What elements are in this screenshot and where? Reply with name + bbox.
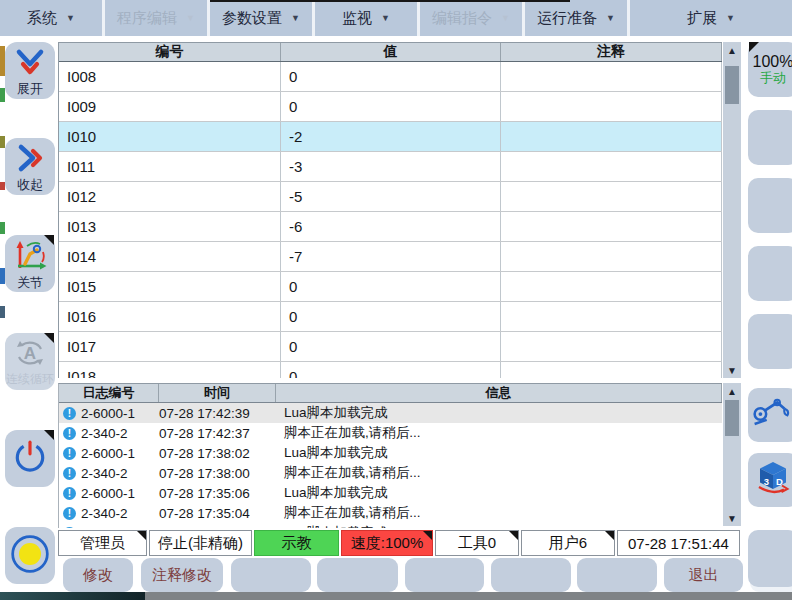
io-table-row[interactable]: I0180 <box>59 362 722 378</box>
io-table-row[interactable]: I0160 <box>59 302 722 332</box>
menu-item-label: 运行准备 <box>537 9 597 28</box>
log-message-cell: Lua脚本加载完成 <box>276 484 722 502</box>
log-table-row[interactable]: !2-6000-107-28 17:42:39Lua脚本加载完成 <box>59 403 722 423</box>
scrollbar-thumb[interactable] <box>725 66 739 104</box>
robot-pendant-app: 系统▼程序编辑▼参数设置▼监视▼编辑指令▼运行准备▼扩展▼ 展开收起关节A连续循… <box>0 0 792 600</box>
io-value-cell: 0 <box>281 272 501 301</box>
io-table-row[interactable]: I0090 <box>59 92 722 122</box>
log-scrollbar[interactable]: ▲ ▼ <box>723 383 741 526</box>
record-icon <box>9 533 51 579</box>
info-icon: ! <box>63 427 76 440</box>
modify-button[interactable]: 修改 <box>63 558 133 592</box>
robot-model-button[interactable] <box>748 388 792 442</box>
io-table-row[interactable]: I0150 <box>59 272 722 302</box>
io-id-cell: I011 <box>59 152 281 181</box>
log-table-row[interactable]: !2-340-207-28 17:35:04脚本正在加载,请稍后... <box>59 503 722 523</box>
log-table-row[interactable]: !2-6000-107-28 17:38:02Lua脚本加载完成 <box>59 443 722 463</box>
joint-icon <box>13 239 47 275</box>
menu-item-label: 程序编辑 <box>117 9 177 28</box>
sidebar-button-record[interactable] <box>5 527 55 584</box>
log-time-cell: 07-28 17:35:06 <box>159 486 276 501</box>
menu-item-6[interactable]: 扩展▼ <box>630 0 792 36</box>
io-comment-cell <box>501 362 722 378</box>
io-column-header: 编号 <box>59 43 281 61</box>
log-code-text: 2-6000-1 <box>81 486 135 501</box>
chevron-down-icon: ▼ <box>291 13 300 23</box>
io-value-cell: 0 <box>281 332 501 361</box>
log-table-row[interactable]: !2-340-207-28 17:38:00脚本正在加载,请稍后... <box>59 463 722 483</box>
log-code-cell: !2-6000-1 <box>59 486 159 501</box>
comment-modify-button[interactable]: 注释修改 <box>141 558 223 592</box>
io-comment-cell <box>501 332 722 361</box>
menu-item-label: 扩展 <box>687 9 717 28</box>
log-table-row[interactable]: !2-6000-107-28 17:33:58Lua脚本加载完成 <box>59 523 722 528</box>
io-table-row[interactable]: I0080 <box>59 62 722 92</box>
right-panel-button-empty[interactable] <box>748 110 792 165</box>
menu-item-3[interactable]: 监视▼ <box>315 0 420 36</box>
sidebar-button-expand[interactable]: 展开 <box>5 42 55 99</box>
menu-item-5[interactable]: 运行准备▼ <box>525 0 630 36</box>
sidebar-button-joint[interactable]: 关节 <box>5 235 55 292</box>
sidebar-button-label: 展开 <box>17 82 43 95</box>
log-table-row[interactable]: !2-6000-107-28 17:35:06Lua脚本加载完成 <box>59 483 722 503</box>
menu-item-0[interactable]: 系统▼ <box>0 0 105 36</box>
scroll-up-icon[interactable]: ▲ <box>723 383 741 399</box>
sidebar-button-label: 关节 <box>17 276 43 289</box>
speed-percent-label: 100% <box>753 53 792 71</box>
io-column-header: 值 <box>281 43 501 61</box>
log-table-row[interactable]: !2-340-207-28 17:42:37脚本正在加载,请稍后... <box>59 423 722 443</box>
scroll-down-icon[interactable]: ▼ <box>723 510 741 526</box>
chevron-down-icon: ▼ <box>726 13 735 23</box>
log-time-cell: 07-28 17:33:58 <box>159 526 276 529</box>
threed-view-button[interactable]: 3D <box>748 453 792 507</box>
status-tool-frame[interactable]: 工具0 <box>435 530 519 556</box>
io-table-row[interactable]: I014-7 <box>59 242 722 272</box>
log-column-header: 时间 <box>159 384 276 402</box>
window-top-border <box>210 0 570 2</box>
right-panel-button-empty[interactable] <box>748 314 792 369</box>
io-table-row[interactable]: I012-5 <box>59 182 722 212</box>
function-button-empty[interactable] <box>405 558 484 592</box>
scrollbar-thumb[interactable] <box>725 400 739 436</box>
menu-item-2[interactable]: 参数设置▼ <box>210 0 315 36</box>
function-button-empty[interactable] <box>231 558 311 592</box>
menu-item-label: 参数设置 <box>222 9 282 28</box>
sidebar-button-collapse[interactable]: 收起 <box>5 138 55 195</box>
exit-button[interactable]: 退出 <box>664 558 743 592</box>
io-table-row[interactable]: I011-3 <box>59 152 722 182</box>
chevron-down-icon: ▼ <box>66 13 75 23</box>
io-value-cell: 0 <box>281 302 501 331</box>
sidebar-button-label: 收起 <box>17 178 43 191</box>
right-panel-button-empty[interactable] <box>748 246 792 301</box>
log-code-cell: !2-340-2 <box>59 506 159 521</box>
scroll-up-icon[interactable]: ▲ <box>723 42 741 58</box>
io-comment-cell <box>501 152 722 181</box>
status-user-frame[interactable]: 用户6 <box>521 530 615 556</box>
log-message-cell: 脚本正在加载,请稍后... <box>276 464 722 482</box>
log-code-cell: !2-6000-1 <box>59 406 159 421</box>
right-panel-button-bottom[interactable] <box>748 530 792 587</box>
io-comment-cell <box>501 62 722 91</box>
function-button-empty[interactable] <box>577 558 657 592</box>
log-code-cell: !2-340-2 <box>59 426 159 441</box>
io-value-cell: -5 <box>281 182 501 211</box>
io-table-row[interactable]: I010-2 <box>59 122 722 152</box>
io-table-row[interactable]: I013-6 <box>59 212 722 242</box>
chevron-down-icon: ▼ <box>501 13 510 23</box>
function-button-empty[interactable] <box>491 558 571 592</box>
info-icon: ! <box>63 407 76 420</box>
io-table-scrollbar[interactable]: ▲ ▼ <box>723 42 741 378</box>
io-table-row[interactable]: I0170 <box>59 332 722 362</box>
desktop-edge <box>0 592 145 600</box>
status-user-level[interactable]: 管理员 <box>58 530 147 556</box>
sidebar-button-power[interactable] <box>5 430 55 487</box>
function-button-empty[interactable] <box>317 558 398 592</box>
speed-mode-button[interactable]: 100% 手动 <box>748 42 792 97</box>
chevron-down-icon: ▼ <box>606 13 615 23</box>
status-speed-badge[interactable]: 速度:100% <box>341 530 433 556</box>
log-code-text: 2-6000-1 <box>81 406 135 421</box>
io-value-cell: -2 <box>281 122 501 151</box>
io-id-cell: I008 <box>59 62 281 91</box>
scroll-down-icon[interactable]: ▼ <box>723 362 741 378</box>
right-panel-button-empty[interactable] <box>748 178 792 233</box>
